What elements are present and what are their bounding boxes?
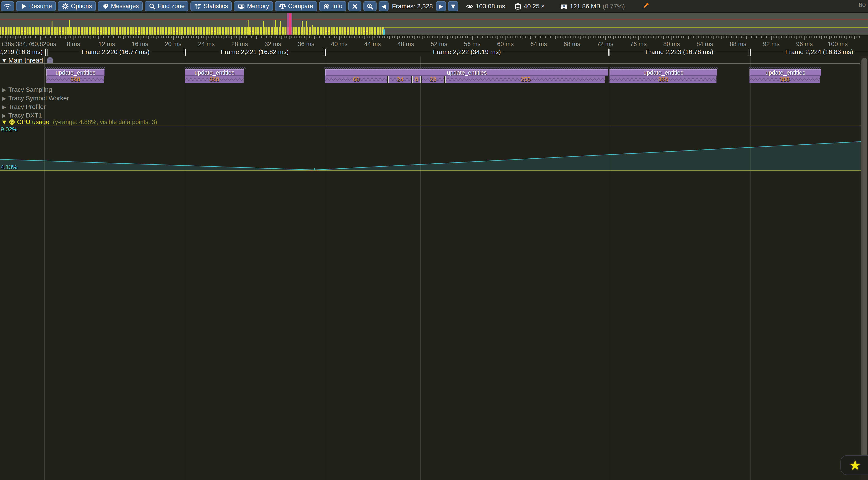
ruler-tick bbox=[753, 36, 753, 38]
ruler-tick bbox=[597, 36, 597, 39]
prev-frame-button[interactable]: ◀ bbox=[379, 1, 389, 11]
compare-button[interactable]: Compare bbox=[275, 1, 317, 11]
zone-update-entities[interactable]: update_entities bbox=[749, 69, 821, 76]
ruler-tick bbox=[399, 36, 400, 38]
ruler-tick bbox=[136, 36, 137, 38]
cpu-usage-header[interactable]: ▼ CPU usage (y-range: 4.88%, visible dat… bbox=[0, 119, 157, 125]
cpu-usage-meta: (y-range: 4.88%, visible data points: 3) bbox=[53, 118, 157, 126]
collapse-triangle-icon[interactable]: ▼ bbox=[2, 119, 6, 125]
zone-children-collapsed[interactable]: 388 bbox=[185, 76, 244, 83]
ruler-tick bbox=[294, 36, 295, 38]
zoom-button[interactable] bbox=[364, 1, 377, 11]
vertical-scrollbar-thumb[interactable] bbox=[862, 58, 867, 472]
thread-header-tracy-symbol-worker[interactable]: ▶Tracy Symbol Worker bbox=[0, 94, 69, 103]
ruler-tick bbox=[831, 36, 832, 38]
zone-children-collapsed[interactable]: 23 bbox=[422, 76, 444, 83]
statistics-button[interactable]: Statistics bbox=[190, 1, 232, 11]
tools-button[interactable] bbox=[348, 1, 362, 11]
button-label: Find zone bbox=[158, 3, 185, 10]
ruler-tick bbox=[381, 36, 381, 39]
zone-children-collapsed[interactable]: 60 bbox=[325, 76, 387, 83]
zone-update-entities[interactable]: update_entities bbox=[325, 69, 608, 76]
ruler-tick bbox=[776, 36, 777, 38]
frame-set-menu-button[interactable]: ▼ bbox=[448, 1, 458, 11]
ruler-tick bbox=[102, 36, 102, 38]
toolbar: ResumeOptionsMessagesFind zoneStatistics… bbox=[0, 0, 868, 13]
ruler-tick bbox=[791, 36, 792, 38]
thread-header-tracy-sampling[interactable]: ▶Tracy Sampling bbox=[0, 85, 52, 94]
eyedropper-indicator[interactable] bbox=[642, 3, 649, 10]
ruler-tick bbox=[346, 36, 346, 38]
ruler-tick bbox=[462, 36, 463, 38]
collapse-triangle-icon[interactable]: ▶ bbox=[2, 87, 6, 93]
info-button[interactable]: Info bbox=[319, 1, 346, 11]
zone-update-entities[interactable]: update_entities bbox=[46, 69, 105, 76]
connection-button[interactable] bbox=[1, 1, 14, 11]
zone-children-collapsed[interactable]: 8 bbox=[413, 76, 420, 83]
ruler-tick bbox=[7, 36, 7, 40]
favorites-star-button[interactable]: ★ bbox=[840, 455, 868, 475]
zone-update-entities[interactable]: update_entities bbox=[185, 69, 244, 76]
zone-children-collapsed[interactable]: 388 bbox=[610, 76, 716, 83]
frame-segment-label: Frame 2,222 (34.19 ms) bbox=[433, 48, 501, 56]
ruler-tick bbox=[640, 36, 641, 38]
ghost-wave bbox=[610, 66, 718, 68]
ruler-tick bbox=[68, 36, 69, 38]
ruler-tick bbox=[411, 36, 411, 38]
ruler-tick bbox=[642, 36, 642, 38]
ruler-tick bbox=[366, 36, 366, 38]
thread-header-tracy-profiler[interactable]: ▶Tracy Profiler bbox=[0, 103, 46, 111]
tiny-zone-marker[interactable] bbox=[420, 76, 421, 83]
time-ruler[interactable]: +38s 384,760,829ns 8 ms12 ms16 ms20 ms24… bbox=[0, 36, 868, 47]
ruler-tick bbox=[461, 36, 461, 38]
cpu-usage-plot[interactable] bbox=[0, 125, 868, 170]
ruler-tick bbox=[364, 36, 365, 39]
frame-segment[interactable]: Frame 2,223 (16.78 ms) bbox=[609, 47, 750, 57]
ruler-tick bbox=[22, 36, 22, 38]
frame-segment[interactable]: Frame 2,221 (16.82 ms) bbox=[185, 47, 325, 57]
options-button[interactable]: Options bbox=[58, 1, 96, 11]
frame-segment[interactable]: Frame 2,224 (16.83 ms) bbox=[750, 47, 868, 57]
ruler-tick bbox=[464, 36, 464, 39]
ruler-tick bbox=[0, 36, 1, 38]
tiny-zone-marker[interactable] bbox=[412, 76, 413, 83]
next-frame-button[interactable]: ▶ bbox=[436, 1, 446, 11]
collapse-triangle-icon[interactable]: ▼ bbox=[2, 58, 6, 63]
find-zone-button[interactable]: Find zone bbox=[145, 1, 189, 11]
ruler-tick bbox=[647, 36, 647, 39]
ruler-tick bbox=[477, 36, 478, 38]
ruler-tick-label: 64 ms bbox=[530, 41, 547, 48]
zone-children-collapsed[interactable]: 388 bbox=[46, 76, 104, 83]
tiny-zone-marker[interactable] bbox=[445, 76, 446, 83]
zone-update-entities[interactable]: update_entities bbox=[610, 69, 717, 76]
frame-segment[interactable]: Frame 2,220 (16.77 ms) bbox=[46, 47, 185, 57]
ruler-tick bbox=[627, 36, 627, 38]
collapse-triangle-icon[interactable]: ▶ bbox=[2, 113, 6, 118]
zone-child-count: 388 bbox=[780, 76, 789, 83]
messages-button[interactable]: Messages bbox=[98, 1, 143, 11]
ruler-tick bbox=[532, 36, 532, 38]
collapse-triangle-icon[interactable]: ▶ bbox=[2, 104, 6, 110]
ruler-tick bbox=[675, 36, 675, 38]
ruler-tick bbox=[788, 36, 788, 39]
ruler-tick bbox=[386, 36, 386, 38]
frame-gridline bbox=[420, 57, 421, 480]
zone-children-collapsed[interactable]: 388 bbox=[749, 76, 819, 83]
tiny-zone-marker[interactable] bbox=[388, 76, 389, 83]
frames-overview-strip[interactable] bbox=[0, 13, 868, 35]
frame-segment[interactable]: Frame 2,219 (16.8 ms) bbox=[0, 47, 46, 57]
ruler-tick bbox=[368, 36, 368, 38]
memory-button[interactable]: Memory bbox=[234, 1, 273, 11]
collapse-triangle-icon[interactable]: ▶ bbox=[2, 96, 6, 101]
zone-children-collapsed[interactable]: 24 bbox=[389, 76, 411, 83]
ruler-tick bbox=[492, 36, 493, 38]
vertical-scrollbar-track[interactable] bbox=[861, 56, 868, 480]
frame-segment[interactable]: Frame 2,222 (34.19 ms) bbox=[325, 47, 609, 57]
resume-button[interactable]: Resume bbox=[16, 1, 56, 11]
frames-row[interactable]: Frame 2,219 (16.8 ms)Frame 2,220 (16.77 … bbox=[0, 47, 868, 57]
zone-children-collapsed[interactable]: 255 bbox=[446, 76, 605, 83]
ruler-tick bbox=[49, 36, 49, 39]
frame-gridline bbox=[326, 57, 326, 480]
thread-header-main[interactable]: ▼ Main thread bbox=[0, 57, 54, 64]
ruler-tick bbox=[57, 36, 57, 39]
